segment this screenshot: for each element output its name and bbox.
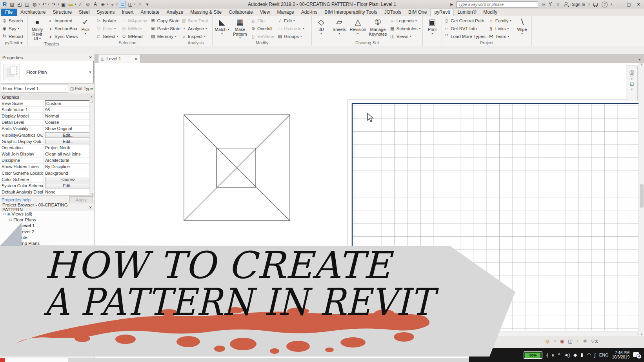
snap-icon[interactable]: + — [577, 338, 579, 344]
battery-tray-icon[interactable]: ▮ — [580, 352, 583, 358]
apply-button[interactable]: Apply — [69, 196, 93, 203]
property-row[interactable]: Color Scheme LocationBackground — [0, 170, 95, 176]
team-caret-icon[interactable]: ▾ — [508, 35, 509, 38]
loadtypes-button[interactable]: ⠛Load More Types — [443, 33, 486, 40]
groups-caret-icon[interactable]: ▾ — [300, 35, 302, 38]
edit-type-button[interactable]: ◫ Edit Type — [69, 85, 94, 92]
wipe-caret-icon[interactable]: ▾ — [521, 32, 523, 35]
scroll-right-icon[interactable]: › — [637, 332, 639, 336]
mread-button[interactable]: ⊙MRead — [120, 33, 148, 40]
language-indicator[interactable]: ENG — [599, 353, 609, 357]
mappend-button[interactable]: +MAppend — [120, 17, 148, 24]
getrvt-button[interactable]: ▱Get RVT Info — [443, 25, 486, 32]
action-center-icon[interactable]: 4 — [633, 352, 641, 358]
people-tray-icon[interactable]: ʀ — [552, 352, 555, 358]
schedules-button[interactable]: ▤Schedules▾ — [389, 25, 421, 32]
property-value[interactable]: By Discipline — [43, 164, 95, 170]
tab-modify[interactable]: Modify — [480, 9, 501, 16]
print-caret-icon[interactable]: ▾ — [431, 32, 433, 35]
property-value[interactable]: Edit... — [43, 132, 95, 138]
property-value-button[interactable]: <none> — [45, 177, 91, 182]
tab-collaborate[interactable]: Collaborate — [225, 9, 256, 16]
property-value[interactable]: Show Original — [43, 126, 95, 132]
favorites-star-icon[interactable]: ☆ — [556, 2, 560, 7]
revalue-button[interactable]: {}ReValue — [250, 33, 275, 40]
select-button[interactable]: □Select▾ — [95, 33, 119, 40]
spy-button[interactable]: ◉Spy▾ — [1, 25, 24, 32]
match-caret-icon[interactable]: ▾ — [221, 32, 223, 35]
bulb-icon[interactable]: ◍ — [545, 338, 549, 344]
sheets-caret-icon[interactable]: ▾ — [338, 32, 340, 35]
view-selector-combo[interactable]: Floor Plan: Level 1 ⌄ — [1, 85, 68, 92]
copystate-button[interactable]: ⊞Copy State — [150, 17, 181, 24]
project-browser-close-icon[interactable]: ✕ — [89, 205, 92, 210]
tab-jotools[interactable]: JOTools — [381, 9, 405, 16]
tree-expander-icon[interactable]: ⊟ — [9, 218, 13, 222]
tab-bim-interoperability-tools[interactable]: BIM Interoperability Tools — [321, 9, 381, 16]
property-row[interactable]: Scale Value 1:96 — [0, 107, 95, 113]
tab-structure[interactable]: Structure — [49, 9, 75, 16]
property-row[interactable]: Visibility/Graphics Ov...Edit... — [0, 132, 95, 138]
video-progress-bar[interactable] — [0, 358, 469, 362]
overkill-button[interactable]: ⊘Overkill — [250, 25, 275, 32]
team-button[interactable]: ⋈Team▾ — [488, 33, 512, 40]
app-store-cart-icon[interactable] — [593, 2, 598, 7]
property-value-button[interactable]: Edit... — [45, 139, 91, 144]
property-row[interactable]: Detail LevelCoarse — [0, 119, 95, 126]
filter-caret-icon[interactable]: ▾ — [115, 27, 116, 30]
door-icon[interactable]: ◫ — [568, 338, 572, 344]
keynotes-button[interactable]: ①Manage Keynotes — [368, 17, 387, 40]
views-button[interactable]: ◫Views▾ — [389, 33, 421, 40]
property-row[interactable]: Wall Join DisplayClean all wall joins — [0, 151, 95, 157]
shade-icon[interactable]: ◔ — [553, 338, 556, 344]
tab-insert[interactable]: Insert — [118, 9, 137, 16]
property-value[interactable]: None — [43, 189, 95, 195]
search-icon[interactable]: ∞ — [542, 2, 545, 7]
links-caret-icon[interactable]: ▾ — [508, 27, 509, 30]
property-row[interactable]: DisciplineArchitectural — [0, 157, 95, 164]
analyse-caret-icon[interactable]: ▾ — [206, 27, 207, 30]
help-caret-icon[interactable]: ▾ — [611, 3, 612, 6]
wheel-caret-icon[interactable]: ▾ — [631, 78, 633, 81]
view-tab-level-1[interactable]: ◫ Level 1 ✕ — [98, 54, 140, 63]
property-row[interactable]: View ScaleCustom — [0, 100, 95, 107]
property-row[interactable]: Show Hidden LinesBy Discipline — [0, 164, 95, 170]
override-caret-icon[interactable]: ▾ — [303, 27, 304, 30]
threed-caret-icon[interactable]: ▾ — [320, 32, 322, 35]
links-button[interactable]: §Links▾ — [488, 25, 512, 32]
edit-button[interactable]: ∕Edit▾ — [277, 17, 305, 24]
property-row[interactable]: Display ModelNormal — [0, 113, 95, 119]
navbar-options-icon[interactable]: ◔ — [635, 66, 637, 69]
property-row[interactable]: OrientationProject North — [0, 145, 95, 151]
mwrite-button[interactable]: ◎MWrite — [120, 25, 148, 32]
property-value[interactable]: Normal — [43, 113, 95, 119]
legends-button[interactable]: ≡Legends▾ — [389, 17, 421, 24]
restore-button[interactable]: ▢ — [626, 2, 632, 7]
pastestate-button[interactable]: ⊟Paste State — [150, 25, 181, 32]
spy-caret-icon[interactable]: ▾ — [18, 27, 20, 30]
vertical-scrollbar[interactable]: ∧ ∨ — [639, 63, 644, 336]
type-caret-icon[interactable]: ▾ — [89, 70, 91, 74]
property-value[interactable]: Coarse — [43, 119, 95, 125]
properties-close-icon[interactable]: ✕ — [89, 55, 92, 60]
getcentral-button[interactable]: ▯Get Central Path — [443, 17, 486, 24]
speaker-tray-icon[interactable]: ◄) — [564, 352, 570, 358]
account-icon[interactable] — [564, 2, 568, 7]
tree-item-floor-plans[interactable]: ⊟Floor Plans — [0, 217, 95, 223]
sumtotal-button[interactable]: ▥Sum Total — [180, 17, 209, 24]
tab-annotate[interactable]: Annotate — [137, 9, 163, 16]
scroll-up-icon[interactable]: ∧ — [91, 100, 93, 103]
pin-icon[interactable]: ◉ — [560, 338, 564, 344]
sheets-button[interactable]: ▱Sheets▾ — [331, 17, 347, 40]
property-value[interactable]: <none> — [43, 176, 95, 182]
collapse-section-icon[interactable]: ∧ — [90, 95, 93, 99]
property-value[interactable]: Architectural — [43, 157, 95, 163]
scrollbar-menu-icon[interactable]: ▼ — [638, 58, 641, 62]
family-caret-icon[interactable]: ▾ — [510, 19, 512, 22]
property-value-input[interactable]: Custom — [45, 100, 95, 106]
zoom-region-icon[interactable]: ⊡ — [630, 81, 634, 87]
property-row[interactable]: Parts VisibilityShow Original — [0, 126, 95, 132]
makepattern-caret-icon[interactable]: ▾ — [239, 36, 241, 40]
property-value[interactable]: Edit... — [43, 183, 95, 188]
property-value[interactable]: Clean all wall joins — [43, 151, 95, 157]
